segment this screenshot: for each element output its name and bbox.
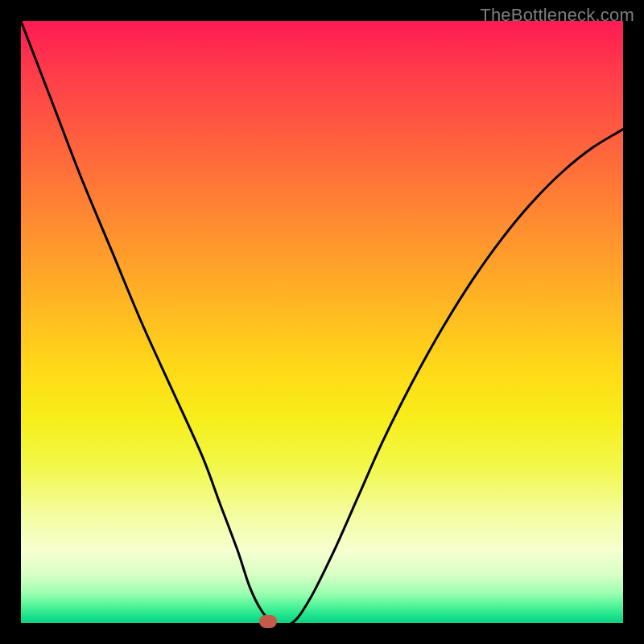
watermark-label: TheBottleneck.com [480, 5, 634, 26]
optimum-marker [259, 615, 277, 628]
plot-area [21, 21, 623, 623]
curve-path [21, 21, 623, 623]
chart-frame: TheBottleneck.com [0, 0, 644, 644]
bottleneck-curve [21, 21, 623, 623]
